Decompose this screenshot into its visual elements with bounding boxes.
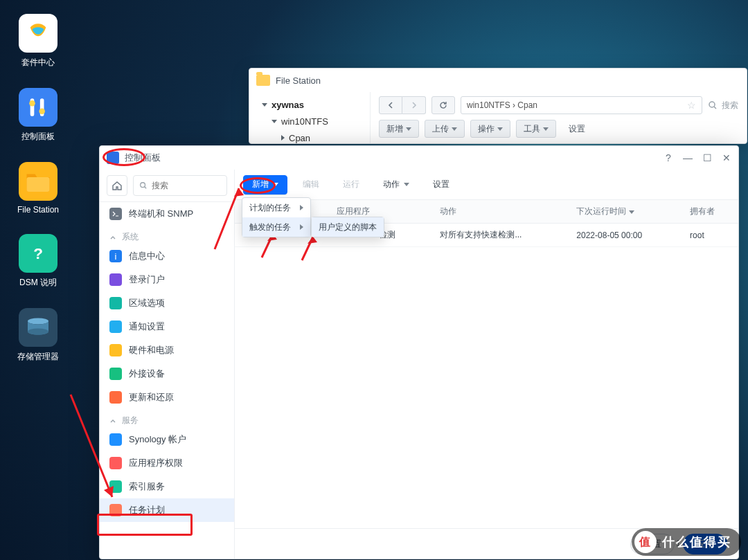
- edit-button[interactable]: 编辑: [294, 175, 328, 195]
- caret-down-icon: [271, 120, 277, 123]
- help-button[interactable]: ?: [664, 153, 673, 163]
- fs-btn-action[interactable]: 操作: [470, 120, 510, 138]
- sidebar-item-label: 区域选项: [129, 297, 165, 309]
- home-button[interactable]: [107, 175, 127, 196]
- dicon-label: 存储管理器: [7, 351, 69, 363]
- help-icon: ?: [19, 234, 57, 273]
- svg-point-7: [28, 329, 48, 335]
- settings-button[interactable]: 设置: [425, 175, 458, 195]
- sidebar-item-notif[interactable]: 通知设置: [100, 315, 234, 338]
- nav-forward-button[interactable]: [402, 96, 426, 114]
- chevron-down-icon: [543, 127, 549, 131]
- sidebar-item-login[interactable]: 登录门户: [100, 268, 234, 291]
- calendar-icon: [109, 504, 122, 516]
- sidebar-item-terminal[interactable]: 终端机和 SNMP: [100, 202, 234, 226]
- apps-icon: [109, 457, 122, 469]
- caret-down-icon: [262, 103, 267, 107]
- file-station-window[interactable]: File Station xywnas win10NTFS Cpan win10…: [249, 68, 747, 144]
- menu-script[interactable]: 用户定义的脚本: [312, 217, 384, 237]
- sidebar-item-label: Synology 帐户: [129, 433, 186, 446]
- sort-icon: [629, 210, 634, 214]
- col-act[interactable]: 动作: [433, 200, 569, 224]
- star-icon[interactable]: ☆: [687, 100, 696, 111]
- section-service[interactable]: 服务: [100, 409, 234, 428]
- refresh-button[interactable]: [431, 96, 455, 114]
- sidebar-item-label: 登录门户: [129, 273, 165, 286]
- package-icon: [19, 14, 57, 53]
- svg-point-6: [28, 318, 48, 325]
- col-owner[interactable]: 拥有者: [683, 200, 738, 224]
- sidebar-item-app[interactable]: 应用程序权限: [100, 451, 234, 475]
- search-icon: [708, 100, 718, 110]
- fs-titlebar[interactable]: File Station: [249, 69, 747, 92]
- close-button[interactable]: ✕: [722, 153, 731, 163]
- dicon-filestation[interactable]: File Station: [7, 162, 69, 215]
- tree-folder[interactable]: Cpan: [289, 133, 310, 143]
- desktop-icons: 套件中心 控制面板 File Station ? DSM 说明 存储管理器: [7, 14, 69, 382]
- sidebar-item-index[interactable]: 索引服务: [100, 475, 234, 498]
- folder-icon: [256, 75, 270, 86]
- dicon-label: DSM 说明: [7, 277, 69, 289]
- dicon-storage[interactable]: 存储管理器: [7, 308, 69, 363]
- new-submenu[interactable]: 用户定义的脚本: [311, 217, 384, 237]
- control-panel-window[interactable]: 控制面板 ? — ☐ ✕ 终端机和: [99, 145, 739, 559]
- fs-tree[interactable]: xywnas win10NTFS Cpan: [249, 92, 371, 143]
- sidebar-item-ext[interactable]: 外接设备: [100, 362, 234, 386]
- new-dropdown[interactable]: 计划的任务 触发的任务: [242, 197, 311, 237]
- chevron-down-icon: [452, 127, 457, 131]
- menu-scheduled[interactable]: 计划的任务: [242, 198, 310, 217]
- sidebar-item-info[interactable]: i信息中心: [100, 244, 234, 268]
- minimize-button[interactable]: —: [683, 153, 693, 163]
- breadcrumb[interactable]: win10NTFS › Cpan ☆: [461, 96, 702, 114]
- sidebar-item-label: 索引服务: [129, 480, 165, 493]
- sidebar-item-label: 更新和还原: [129, 391, 174, 404]
- sidebar-item-label: 信息中心: [129, 250, 165, 262]
- sidebar-item-region[interactable]: 区域选项: [100, 291, 234, 315]
- fs-btn-settings[interactable]: 设置: [562, 120, 592, 138]
- sidebar-item-label: 外接设备: [129, 368, 165, 380]
- nav-back-button[interactable]: [379, 96, 402, 114]
- watermark: 值 什么值得买: [632, 528, 741, 556]
- section-system[interactable]: 系统: [100, 226, 234, 244]
- sidebar-item-upd[interactable]: 更新和还原: [100, 386, 234, 409]
- controlpanel-icon: [107, 152, 119, 164]
- sidebar-item-account[interactable]: Synology 帐户: [100, 428, 234, 451]
- folder-icon: [19, 162, 57, 201]
- sidebar-item-label: 终端机和 SNMP: [129, 208, 193, 220]
- desktop: 套件中心 控制面板 File Station ? DSM 说明 存储管理器: [0, 0, 748, 560]
- cp-titlebar[interactable]: 控制面板 ? — ☐ ✕: [100, 146, 738, 170]
- watermark-icon: 值: [634, 531, 657, 553]
- dicon-package[interactable]: 套件中心: [7, 14, 69, 69]
- tree-vol[interactable]: win10NTFS: [281, 116, 328, 127]
- tree-root[interactable]: xywnas: [271, 100, 304, 110]
- chevron-down-icon: [497, 127, 503, 131]
- task-table-wrap[interactable]: 任务名称 应用程序 动作 下次运行时间 拥有者 S.M.A.R.T. 检测: [235, 200, 738, 528]
- sidebar-item-hw[interactable]: 硬件和电源: [100, 338, 234, 362]
- run-button[interactable]: 运行: [335, 175, 368, 195]
- login-icon: [109, 273, 122, 286]
- fs-btn-tool[interactable]: 工具: [516, 120, 556, 138]
- search-icon: [139, 181, 148, 190]
- fs-search-ph: 搜索: [722, 100, 738, 111]
- usb-icon: [109, 368, 122, 380]
- dicon-control[interactable]: 控制面板: [7, 88, 69, 143]
- dicon-dsm[interactable]: ? DSM 说明: [7, 234, 69, 289]
- fs-btn-new[interactable]: 新增: [379, 120, 419, 138]
- search-input[interactable]: [133, 175, 227, 196]
- fs-search[interactable]: 搜索: [708, 100, 738, 111]
- sidebar-item-task[interactable]: 任务计划: [100, 498, 234, 522]
- search-field[interactable]: [152, 181, 221, 190]
- chevron-down-icon: [406, 127, 411, 131]
- action-button[interactable]: 动作: [375, 175, 418, 195]
- fs-btn-upload[interactable]: 上传: [425, 120, 465, 138]
- chevron-right-icon: [300, 224, 303, 230]
- new-button[interactable]: 新增: [243, 175, 287, 195]
- maximize-button[interactable]: ☐: [702, 153, 712, 163]
- cell-owner: root: [683, 224, 738, 247]
- dicon-label: 控制面板: [7, 131, 69, 143]
- fs-title: File Station: [276, 75, 321, 86]
- dicon-label: File Station: [7, 205, 69, 215]
- menu-triggered[interactable]: 触发的任务: [242, 217, 310, 237]
- cp-title: 控制面板: [125, 152, 161, 164]
- col-next[interactable]: 下次运行时间: [569, 200, 683, 224]
